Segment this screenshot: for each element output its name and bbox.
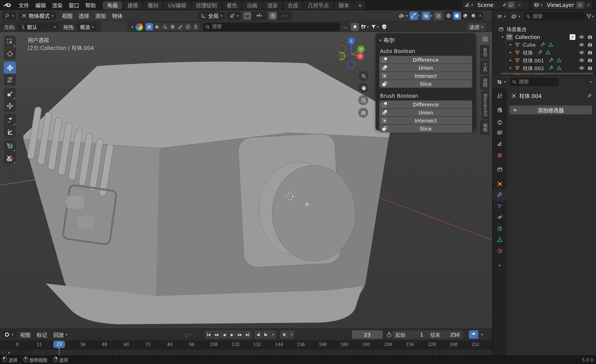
blenderkit-search-input[interactable] (203, 23, 340, 31)
hide-eye-icon[interactable] (578, 65, 585, 71)
expand-icon[interactable]: ▾ (502, 35, 504, 39)
frame-end-field[interactable]: 结束 250 (427, 330, 463, 339)
tool-orientation-dropdown[interactable]: 默认 ▾ (18, 23, 58, 31)
tab-constraints[interactable] (493, 223, 507, 234)
playback-sync-toggle[interactable] (469, 330, 478, 339)
axis-minus-x[interactable] (339, 46, 346, 52)
menu-render[interactable]: 渲染 (49, 1, 66, 9)
sidebar-tab-view[interactable]: 视图 (480, 76, 489, 90)
sidebar-tab-tool[interactable]: 工具 (480, 60, 489, 75)
chevron-down-icon[interactable]: ▾ (430, 14, 432, 17)
stopwatch-icon[interactable] (386, 332, 392, 338)
hide-eye-icon[interactable] (578, 34, 585, 40)
auto-intersect-button[interactable]: Intersect (379, 72, 472, 80)
snap-toggle[interactable] (243, 12, 251, 20)
asset-type-nodegroup-button[interactable] (184, 23, 192, 31)
tab-scene[interactable] (493, 138, 507, 149)
outliner-display-mode-dropdown[interactable]: ▾ (495, 12, 508, 21)
tool-measure[interactable] (4, 126, 16, 138)
play-reverse-button[interactable]: ◀ (221, 330, 228, 339)
panel-grip-icon[interactable]: · · · ·· · · · (460, 38, 472, 42)
tool-move[interactable] (4, 62, 16, 74)
disable-render-camera-icon[interactable] (587, 66, 593, 71)
hide-eye-icon[interactable] (578, 50, 585, 55)
timeline-editor-type-button[interactable]: ▾ (2, 330, 15, 339)
sidebar-tab-edit[interactable]: 编辑 (480, 120, 489, 135)
categories-button[interactable]: ▾ (361, 24, 369, 30)
tab-collection[interactable] (493, 164, 507, 175)
outliner-row-scene-collection[interactable]: 场景集合 (493, 25, 596, 33)
workspace-tab-modeling[interactable]: 建模 (123, 1, 142, 9)
workspace-tab-uv[interactable]: UV编辑 (164, 1, 191, 9)
properties-editor-type-button[interactable]: ▾ (495, 78, 508, 86)
tab-modifiers[interactable] (493, 190, 507, 201)
workspace-tab-scripting[interactable]: 脚本 (334, 1, 354, 9)
menu-edit[interactable]: 编辑 (32, 1, 49, 9)
timeline-menu-view[interactable]: 视图 (17, 331, 34, 338)
asset-type-printable-button[interactable] (192, 23, 200, 31)
brush-difference-button[interactable]: Difference (379, 101, 472, 108)
tool-cursor[interactable] (4, 48, 16, 60)
outliner-row-object[interactable]: ▾ 柱体.002 (493, 64, 596, 72)
transform-orientation-dropdown[interactable]: 全局 ▾ (198, 11, 225, 20)
add-workspace-button[interactable]: + (354, 1, 365, 9)
snap-target-dropdown[interactable]: ▾ (252, 12, 266, 20)
expand-icon[interactable]: ▾ (509, 52, 512, 54)
new-viewlayer-button[interactable] (576, 1, 584, 9)
workspace-tab-shading[interactable]: 着色 (222, 1, 242, 9)
playhead[interactable]: 23 (53, 341, 65, 348)
timeline-snap-toggle[interactable] (280, 330, 288, 339)
brush-slice-button[interactable]: Slice (379, 125, 472, 132)
tab-world[interactable] (493, 150, 507, 161)
shading-material-button[interactable] (461, 12, 469, 20)
unlink-scene-button[interactable]: × (516, 2, 523, 8)
tab-physics[interactable] (493, 212, 507, 223)
menu-select[interactable]: 选择 (76, 12, 92, 19)
3d-viewport[interactable]: 用户透视 (23) Collection | 柱体.004 (0, 32, 492, 328)
sidebar-tab-blenderkit[interactable]: BlenderKit (481, 91, 489, 119)
menu-help[interactable]: 帮助 (82, 1, 99, 9)
outliner-search-input[interactable] (524, 12, 585, 21)
bookmarks-button[interactable] (351, 23, 359, 31)
expand-icon[interactable]: ▾ (509, 44, 512, 46)
editor-type-button[interactable]: ▾ (2, 11, 16, 20)
tab-material[interactable] (493, 245, 507, 256)
play-button[interactable]: ▶ (228, 330, 236, 339)
asset-type-brush-button[interactable] (161, 23, 169, 31)
jump-to-start-button[interactable]: ◀ (205, 330, 212, 339)
disable-render-camera-icon[interactable] (587, 34, 593, 40)
asset-type-material-button[interactable] (153, 23, 161, 31)
brush-intersect-button[interactable]: Intersect (379, 117, 472, 124)
chevron-down-icon[interactable]: ▾ (479, 14, 481, 17)
tool-scale[interactable] (4, 88, 16, 100)
tool-rotate[interactable] (4, 74, 16, 86)
proportional-falloff-dropdown[interactable]: ▾ (277, 12, 292, 20)
pin-icon[interactable] (587, 93, 592, 98)
xray-toggle[interactable] (434, 12, 442, 20)
show-overlays-toggle[interactable] (422, 12, 430, 20)
menu-add[interactable]: 添加 (92, 12, 109, 19)
asset-type-model-button[interactable] (146, 23, 153, 31)
proportional-edit-toggle[interactable] (269, 12, 277, 20)
viewlayer-name[interactable]: ViewLayer (545, 2, 576, 8)
navigation-gizmo[interactable]: Z Y X (339, 36, 366, 69)
timeline-menu-playback[interactable]: 回放▾ (50, 331, 70, 338)
tab-object[interactable] (493, 178, 507, 189)
brush-union-button[interactable]: Union (379, 109, 472, 116)
workspace-tab-sculpt[interactable]: 雕刻 (143, 1, 163, 9)
outliner-scrollbar[interactable] (500, 73, 593, 74)
timeline-menu-marker[interactable]: 标记 (34, 331, 50, 338)
blenderkit-collapse-icon[interactable]: ▾ (131, 25, 133, 29)
shading-wireframe-button[interactable] (445, 12, 453, 20)
exclude-checkbox[interactable]: ✓ (570, 34, 575, 40)
disable-render-camera-icon[interactable] (587, 50, 593, 55)
expand-icon[interactable]: ▾ (509, 67, 512, 69)
outliner-row-object[interactable]: ▾ 柱体.001 (493, 56, 596, 64)
tool-boxcutter[interactable] (4, 152, 16, 164)
zoom-button[interactable] (359, 71, 369, 81)
axis-minus-y[interactable] (339, 52, 345, 60)
active-object-name[interactable]: 柱体.004 (519, 92, 542, 99)
outliner-filter-image-dropdown[interactable]: ▾ (509, 12, 522, 21)
workspace-tab-rendering[interactable]: 渲染 (263, 1, 282, 9)
new-scene-button[interactable] (507, 1, 515, 9)
